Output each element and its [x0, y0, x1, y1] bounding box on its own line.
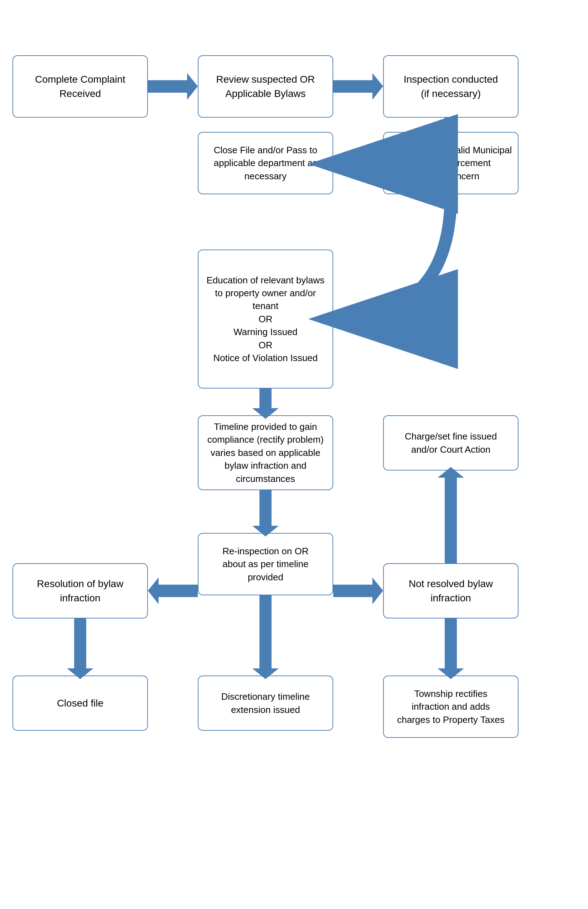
inspection-box: Inspection conducted(if necessary) [383, 55, 519, 118]
closed-file-box: Closed file [13, 676, 148, 731]
close-file-label: Close File and/or Pass toapplicable depa… [214, 144, 318, 183]
discretionary-box: Discretionary timelineextension issued [198, 676, 333, 731]
township-rectifies-label: Township rectifiesinfraction and addscha… [397, 687, 505, 726]
education-box: Education of relevant bylawsto property … [198, 249, 333, 388]
reinspection-label: Re-inspection on ORabout as per timeline… [222, 545, 308, 584]
inspection-label: Inspection conducted(if necessary) [404, 72, 498, 100]
not-resolved-box: Not resolved bylawinfraction [383, 563, 519, 618]
arrow-reinspection-to-discretionary [252, 595, 279, 679]
flowchart: Complete Complaint Received Review suspe… [0, 0, 588, 909]
arrow-review-to-inspection [333, 73, 383, 100]
complaint-valid-box: Complaint is a valid MunicipalBylaw Enfo… [383, 132, 519, 194]
arrow-resolution-to-closedfile [67, 618, 94, 679]
discretionary-label: Discretionary timelineextension issued [221, 690, 310, 716]
arrow-complaint-to-review [148, 73, 198, 100]
arrow-notresolved-to-township [438, 618, 464, 679]
not-resolved-label: Not resolved bylawinfraction [409, 577, 493, 605]
closed-file-label: Closed file [57, 696, 104, 710]
charge-fine-box: Charge/set fine issuedand/or Court Actio… [383, 415, 519, 471]
review-bylaws-label: Review suspected ORApplicable Bylaws [216, 72, 315, 100]
arrow-timeline-to-reinspection [252, 490, 279, 537]
timeline-label: Timeline provided to gaincompliance (rec… [207, 420, 324, 485]
arrow-notresolved-to-charge [438, 467, 464, 563]
reinspection-box: Re-inspection on ORabout as per timeline… [198, 533, 333, 595]
township-rectifies-box: Township rectifiesinfraction and addscha… [383, 676, 519, 738]
close-file-box: Close File and/or Pass toapplicable depa… [198, 132, 333, 194]
charge-fine-label: Charge/set fine issuedand/or Court Actio… [405, 430, 497, 456]
complaint-valid-label: Complaint is a valid MunicipalBylaw Enfo… [390, 144, 512, 183]
complete-complaint-box: Complete Complaint Received [13, 55, 148, 118]
timeline-box: Timeline provided to gaincompliance (rec… [198, 415, 333, 490]
review-bylaws-box: Review suspected ORApplicable Bylaws [198, 55, 333, 118]
arrow-education-to-timeline [252, 388, 279, 419]
arrow-reinspection-to-resolution [148, 577, 198, 604]
resolution-label: Resolution of bylawinfraction [37, 577, 124, 605]
education-label: Education of relevant bylawsto property … [207, 274, 325, 365]
arrow-valid-to-education [333, 194, 451, 319]
arrow-reinspection-to-notresolved [333, 577, 383, 604]
resolution-box: Resolution of bylawinfraction [13, 563, 148, 618]
complete-complaint-label: Complete Complaint Received [19, 72, 142, 100]
